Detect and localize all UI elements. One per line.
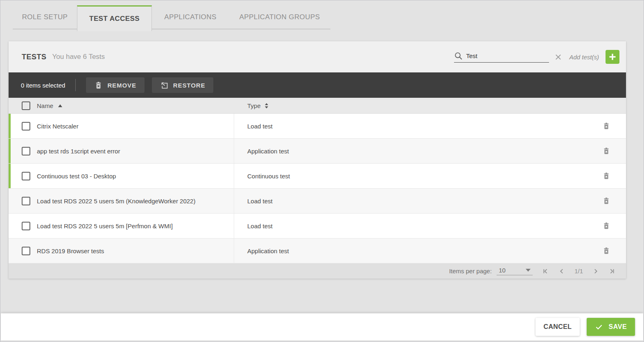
restore-button-label: RESTORE <box>173 82 206 89</box>
table-row[interactable]: Load test RDS 2022 5 users 5m (Knowledge… <box>9 189 626 214</box>
row-name: Load test RDS 2022 5 users 5m [Perfmon &… <box>37 223 173 230</box>
search-clear-icon[interactable] <box>555 54 562 61</box>
last-page-button[interactable] <box>608 268 616 275</box>
row-type: Load test <box>247 198 273 205</box>
row-delete-button[interactable] <box>602 172 610 180</box>
tab-test-access[interactable]: TEST ACCESS <box>77 5 152 31</box>
table-row[interactable]: Load test RDS 2022 5 users 5m [Perfmon &… <box>9 214 626 239</box>
trash-x-icon <box>602 122 610 130</box>
row-name: app test rds 1script event error <box>37 148 120 155</box>
row-type: Load test <box>247 123 273 130</box>
trash-x-icon <box>602 172 610 180</box>
row-delete-button[interactable] <box>602 247 610 255</box>
row-delete-button[interactable] <box>602 122 610 130</box>
search-field <box>454 52 549 63</box>
first-page-button[interactable] <box>542 268 549 275</box>
sort-both-icon <box>265 103 268 108</box>
row-type: Load test <box>247 223 273 230</box>
add-tests-label: Add test(s) <box>569 54 599 61</box>
name-column-label: Name <box>37 102 53 109</box>
restore-button[interactable]: RESTORE <box>152 77 214 93</box>
row-name: Load test RDS 2022 5 users 5m (Knowledge… <box>37 198 195 205</box>
table-row[interactable]: RDS 2019 Browser tests Application test <box>9 239 626 263</box>
row-checkbox[interactable] <box>22 222 30 230</box>
save-button-label: SAVE <box>609 323 627 331</box>
row-name: Continuous test 03 - Desktop <box>37 173 116 180</box>
panel-header-actions: Add test(s) <box>454 50 619 64</box>
row-checkbox[interactable] <box>22 122 30 130</box>
trash-x-icon <box>602 197 610 205</box>
toolbar-divider <box>75 79 76 91</box>
row-checkbox[interactable] <box>22 247 30 255</box>
name-column-header[interactable]: Name <box>9 101 234 110</box>
select-all-checkbox[interactable] <box>22 101 30 110</box>
table-row[interactable]: app test rds 1script event error Applica… <box>9 139 626 164</box>
table-body: Citrix Netscaler Load test <box>9 114 626 263</box>
cancel-button[interactable]: CANCEL <box>536 318 580 336</box>
next-page-button[interactable] <box>592 268 599 275</box>
panel-title: TESTS <box>22 53 47 61</box>
selection-count: 0 items selected <box>21 82 65 89</box>
search-icon <box>454 52 463 60</box>
table-row[interactable]: Continuous test 03 - Desktop Continuous … <box>9 164 626 189</box>
tab-application-groups[interactable]: APPLICATION GROUPS <box>229 5 330 29</box>
row-delete-button[interactable] <box>602 197 610 205</box>
remove-button-label: REMOVE <box>107 82 136 89</box>
trash-x-icon <box>602 247 610 255</box>
sort-ascending-icon <box>58 104 62 107</box>
remove-button[interactable]: REMOVE <box>86 77 144 93</box>
row-delete-button[interactable] <box>602 222 610 230</box>
row-delete-button[interactable] <box>602 147 610 155</box>
row-type: Continuous test <box>247 173 290 180</box>
row-type: Application test <box>247 248 289 254</box>
save-button[interactable]: SAVE <box>587 318 635 336</box>
panel-header: TESTS You have 6 Tests <box>9 41 626 72</box>
items-per-page-select[interactable]: 10 <box>497 267 533 275</box>
restore-icon <box>160 81 169 90</box>
row-type: Application test <box>247 148 289 155</box>
trash-x-icon <box>94 81 103 90</box>
trash-x-icon <box>602 147 610 155</box>
page-navigation: 1/1 <box>542 268 616 275</box>
pagination-bar: Items per page: 10 1/1 <box>9 263 626 279</box>
panel-subtitle: You have 6 Tests <box>52 53 105 61</box>
search-input[interactable] <box>466 52 549 59</box>
items-per-page-value: 10 <box>499 267 506 274</box>
caret-down-icon <box>526 269 531 272</box>
row-checkbox[interactable] <box>22 197 30 205</box>
selection-toolbar: 0 items selected REMOVE <box>9 72 626 98</box>
checkmark-icon <box>595 323 603 331</box>
row-checkbox[interactable] <box>22 172 30 180</box>
tab-applications[interactable]: APPLICATIONS <box>152 5 229 29</box>
type-column-label: Type <box>247 102 261 109</box>
tests-panel: TESTS You have 6 Tests <box>9 41 626 279</box>
tab-role-setup[interactable]: ROLE SETUP <box>13 5 77 29</box>
action-footer: CANCEL SAVE <box>1 313 643 340</box>
page-indicator: 1/1 <box>574 268 583 274</box>
plus-icon <box>608 53 617 61</box>
row-checkbox[interactable] <box>22 147 30 155</box>
type-column-header[interactable]: Type <box>234 102 626 109</box>
table-header: Name Type <box>9 98 626 114</box>
screen: ROLE SETUP TEST ACCESS APPLICATIONS APPL… <box>0 0 644 342</box>
trash-x-icon <box>602 222 610 230</box>
row-name: RDS 2019 Browser tests <box>37 248 104 254</box>
table-row[interactable]: Citrix Netscaler Load test <box>9 114 626 139</box>
tab-bar: ROLE SETUP TEST ACCESS APPLICATIONS APPL… <box>13 5 330 29</box>
previous-page-button[interactable] <box>558 268 565 275</box>
add-tests-button[interactable] <box>606 50 619 64</box>
row-name: Citrix Netscaler <box>37 123 79 130</box>
items-per-page-label: Items per page: <box>449 268 492 274</box>
